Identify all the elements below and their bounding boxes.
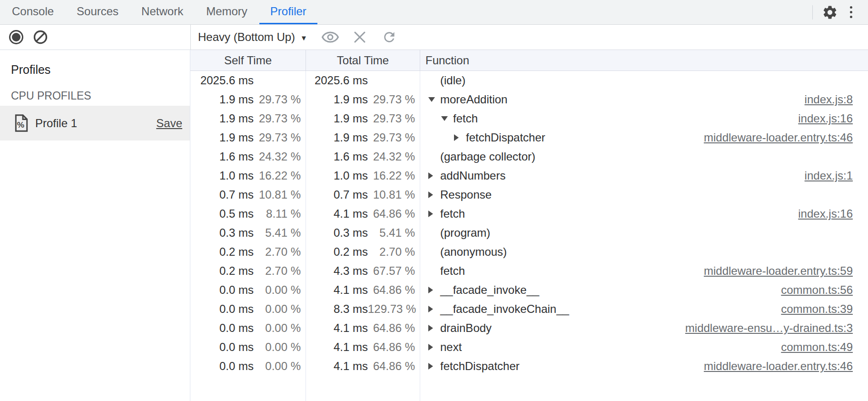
total-time-ms: 1.9 ms bbox=[334, 112, 368, 125]
expand-arrow-icon[interactable] bbox=[428, 211, 440, 217]
profile-tree-row[interactable]: 0.0 ms0.00 %8.3 ms129.73 %common.ts:39__… bbox=[190, 300, 868, 319]
self-time-percent: 0.00 % bbox=[254, 302, 306, 316]
self-time-ms: 1.9 ms bbox=[219, 93, 254, 106]
total-time-cell: 4.1 ms64.86 % bbox=[306, 360, 420, 373]
function-name: moreAddition bbox=[440, 93, 507, 106]
collapse-arrow-icon[interactable] bbox=[441, 116, 453, 121]
profile-tree-row[interactable]: 0.0 ms0.00 %4.1 ms64.86 %middleware-load… bbox=[190, 357, 868, 376]
self-time-ms: 0.0 ms bbox=[219, 302, 254, 316]
profile-tree-row[interactable]: 1.0 ms16.22 %1.0 ms16.22 %index.js:1addN… bbox=[190, 166, 868, 185]
function-cell: Response bbox=[420, 188, 868, 201]
record-profile-button[interactable] bbox=[8, 27, 25, 48]
source-link[interactable]: index.js:16 bbox=[798, 112, 853, 125]
tab-memory[interactable]: Memory bbox=[195, 0, 258, 24]
self-time-ms: 0.5 ms bbox=[219, 207, 254, 221]
restore-functions-button[interactable] bbox=[379, 27, 400, 48]
self-time-percent: 29.73 % bbox=[254, 131, 306, 144]
self-time-percent: 16.22 % bbox=[254, 169, 306, 182]
self-time-percent: 2.70 % bbox=[254, 264, 306, 278]
profile-tree-row[interactable]: 0.0 ms0.00 %4.1 ms64.86 %common.ts:49nex… bbox=[190, 338, 868, 357]
clear-icon bbox=[33, 30, 48, 44]
expand-arrow-icon[interactable] bbox=[428, 172, 440, 179]
more-options-button[interactable] bbox=[840, 2, 861, 23]
source-link[interactable]: middleware-loader.entry.ts:46 bbox=[704, 360, 853, 373]
expand-arrow-icon[interactable] bbox=[454, 134, 466, 141]
profile-tree-row[interactable]: 0.2 ms2.70 %0.2 ms2.70 %(anonymous) bbox=[190, 242, 868, 261]
source-link[interactable]: common.ts:49 bbox=[781, 341, 853, 354]
source-link[interactable]: middleware-loader.entry.ts:46 bbox=[704, 131, 853, 144]
self-time-ms: 1.9 ms bbox=[219, 112, 254, 125]
gear-icon bbox=[822, 4, 838, 20]
total-time-cell: 1.0 ms16.22 % bbox=[306, 169, 420, 182]
function-cell: addNumbers bbox=[420, 169, 868, 182]
profile-tree-row[interactable]: 2025.6 ms2025.6 ms(idle) bbox=[190, 71, 868, 90]
source-link[interactable]: middleware-loader.entry.ts:59 bbox=[704, 264, 853, 278]
save-profile-link[interactable]: Save bbox=[156, 117, 182, 130]
column-header-self-time[interactable]: Self Time bbox=[190, 50, 306, 70]
source-link[interactable]: common.ts:56 bbox=[781, 283, 853, 297]
total-time-ms: 0.3 ms bbox=[334, 226, 368, 240]
total-time-percent: 29.73 % bbox=[368, 131, 420, 144]
toolbar-divider bbox=[812, 5, 813, 20]
profile-tree-row[interactable]: 0.0 ms0.00 %4.1 ms64.86 %common.ts:56__f… bbox=[190, 281, 868, 300]
focus-function-button[interactable] bbox=[320, 27, 341, 48]
total-time-percent: 64.86 % bbox=[368, 341, 420, 354]
devtools-tab-bar: ConsoleSourcesNetworkMemoryProfiler bbox=[0, 0, 868, 25]
view-mode-dropdown[interactable]: Heavy (Bottom Up) ▼ bbox=[198, 30, 307, 44]
profile-tree-row[interactable]: 1.9 ms29.73 %1.9 ms29.73 %middleware-loa… bbox=[190, 128, 868, 147]
clear-profiles-button[interactable] bbox=[32, 27, 49, 48]
expand-arrow-icon[interactable] bbox=[428, 306, 440, 312]
self-time-cell: 1.0 ms16.22 % bbox=[190, 169, 306, 182]
source-link[interactable]: common.ts:39 bbox=[781, 302, 853, 316]
profile-tree-row[interactable]: 0.7 ms10.81 %0.7 ms10.81 %Response bbox=[190, 185, 868, 204]
total-time-percent: 64.86 % bbox=[368, 360, 420, 373]
total-time-ms: 4.1 ms bbox=[334, 207, 368, 221]
function-name: fetchDispatcher bbox=[440, 360, 520, 373]
profile-list-item[interactable]: % Profile 1 Save bbox=[0, 106, 190, 140]
total-time-cell: 4.1 ms64.86 % bbox=[306, 321, 420, 335]
expand-arrow-icon[interactable] bbox=[428, 363, 440, 370]
profile-tree-row[interactable]: 0.2 ms2.70 %4.3 ms67.57 %middleware-load… bbox=[190, 261, 868, 281]
function-cell: moreAddition bbox=[420, 93, 868, 106]
tab-network[interactable]: Network bbox=[130, 0, 194, 24]
column-header-function[interactable]: Function bbox=[420, 50, 868, 70]
function-cell: (garbage collector) bbox=[420, 150, 868, 163]
tab-console[interactable]: Console bbox=[1, 0, 65, 24]
expand-arrow-icon[interactable] bbox=[428, 325, 440, 331]
self-time-ms: 0.0 ms bbox=[219, 283, 254, 297]
tab-sources[interactable]: Sources bbox=[66, 0, 129, 24]
function-name: (garbage collector) bbox=[440, 150, 535, 163]
self-time-ms: 1.9 ms bbox=[219, 131, 254, 144]
self-time-ms: 0.0 ms bbox=[219, 341, 254, 354]
settings-button[interactable] bbox=[819, 2, 840, 23]
self-time-percent: 0.00 % bbox=[254, 341, 306, 354]
self-time-cell: 0.0 ms0.00 % bbox=[190, 341, 306, 354]
tab-profiler[interactable]: Profiler bbox=[259, 0, 317, 24]
function-cell: (program) bbox=[420, 226, 868, 240]
source-link[interactable]: middleware-ensu…y-drained.ts:3 bbox=[685, 321, 853, 335]
self-time-ms: 1.0 ms bbox=[219, 169, 254, 182]
source-link[interactable]: index.js:8 bbox=[805, 93, 853, 106]
profile-tree-row[interactable]: 1.9 ms29.73 %1.9 ms29.73 %index.js:8more… bbox=[190, 90, 868, 109]
expand-arrow-icon[interactable] bbox=[428, 344, 440, 351]
exclude-function-button[interactable] bbox=[349, 27, 370, 48]
total-time-percent: 24.32 % bbox=[368, 150, 420, 163]
profile-tree-row[interactable]: 0.5 ms8.11 %4.1 ms64.86 %index.js:16fetc… bbox=[190, 204, 868, 223]
expand-arrow-icon[interactable] bbox=[428, 287, 440, 293]
expand-arrow-icon[interactable] bbox=[428, 191, 440, 198]
self-time-percent: 29.73 % bbox=[254, 112, 306, 125]
source-link[interactable]: index.js:1 bbox=[805, 169, 853, 182]
function-name: (program) bbox=[440, 226, 490, 240]
column-header-total-time[interactable]: Total Time bbox=[306, 50, 420, 70]
profile-tree-row[interactable]: 1.9 ms29.73 %1.9 ms29.73 %index.js:16fet… bbox=[190, 109, 868, 128]
profile-tree-row[interactable]: 1.6 ms24.32 %1.6 ms24.32 %(garbage colle… bbox=[190, 147, 868, 166]
profile-tree-row[interactable]: 0.3 ms5.41 %0.3 ms5.41 %(program) bbox=[190, 223, 868, 242]
profile-tree-row[interactable]: 0.0 ms0.00 %4.1 ms64.86 %middleware-ensu… bbox=[190, 319, 868, 338]
self-time-percent: 0.00 % bbox=[254, 283, 306, 297]
self-time-ms: 0.0 ms bbox=[219, 321, 254, 335]
plot-action-icons bbox=[320, 27, 400, 48]
collapse-arrow-icon[interactable] bbox=[428, 97, 440, 102]
self-time-cell: 1.9 ms29.73 % bbox=[190, 112, 306, 125]
source-link[interactable]: index.js:16 bbox=[798, 207, 853, 221]
function-name: __facade_invokeChain__ bbox=[440, 302, 569, 316]
